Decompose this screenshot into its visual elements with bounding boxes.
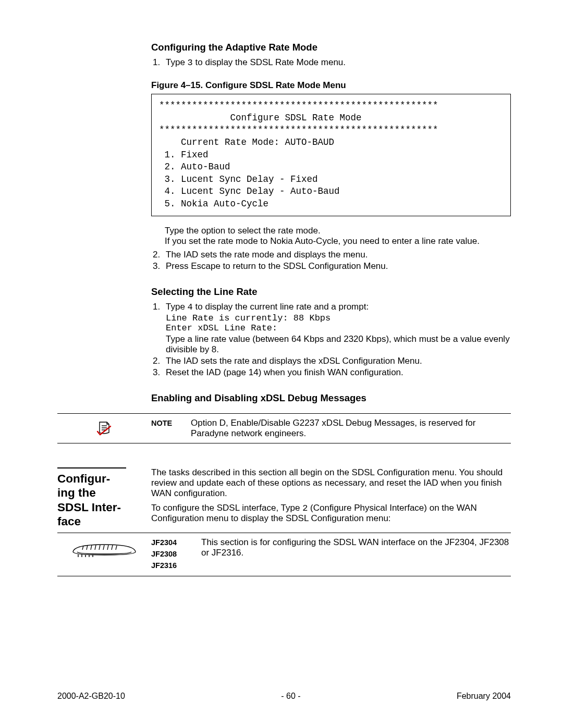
- inline-code: 2: [302, 503, 308, 513]
- inline-code: 4: [188, 302, 193, 312]
- list-item: Press Escape to return to the SDSL Confi…: [163, 261, 511, 272]
- ordered-list: Type 3 to display the SDSL Rate Mode men…: [151, 57, 511, 68]
- section-heading: Selecting the Line Rate: [151, 286, 511, 298]
- rule: [57, 467, 126, 468]
- step-text: Type 3 to display the SDSL Rate Mode men…: [166, 57, 346, 67]
- section-adaptive-rate: Configuring the Adaptive Rate Mode Type …: [151, 42, 511, 272]
- ordered-list: The IAD sets the rate mode and displays …: [151, 250, 511, 272]
- section-debug-messages: Enabling and Disabling xDSL Debug Messag…: [151, 392, 511, 404]
- section-title: Configur-ing theSDSL Inter-face: [57, 472, 145, 529]
- paragraph: Type the option to select the rate mode.…: [165, 226, 511, 246]
- text: To configure the SDSL interface, Type: [151, 503, 302, 513]
- code-snippet: Line Rate is currently: 88 Kbps Enter xD…: [166, 313, 511, 333]
- list-item: Type 4 to display the current line rate …: [163, 302, 511, 355]
- note-text: Option D, Enable/Disable G2237 xDSL Debu…: [191, 418, 511, 439]
- page-footer: 2000-A2-GB20-10 - 60 - February 2004: [57, 692, 511, 701]
- footer-doc-id: 2000-A2-GB20-10: [57, 692, 125, 701]
- paragraph: To configure the SDSL interface, Type 2 …: [151, 503, 511, 524]
- device-icon-cell: [57, 537, 151, 558]
- list-item: Reset the IAD (page 14) when you finish …: [163, 367, 511, 378]
- rule: [57, 576, 511, 576]
- text: If you set the rate mode to Nokia Auto-C…: [165, 236, 511, 246]
- ordered-list: Type 4 to display the current line rate …: [151, 302, 511, 378]
- device-text: This section is for configuring the SDSL…: [201, 537, 511, 558]
- figure-caption: Figure 4–15. Configure SDSL Rate Mode Me…: [151, 80, 511, 91]
- device-row: JF2304 JF2308 JF2316 This section is for…: [57, 533, 511, 575]
- rule: [57, 443, 511, 443]
- device-tag: JF2304: [151, 537, 201, 549]
- list-item: The IAD sets the rate mode and displays …: [163, 250, 511, 260]
- section-line-rate: Selecting the Line Rate Type 4 to displa…: [151, 286, 511, 378]
- document-page: Configuring the Adaptive Rate Mode Type …: [0, 0, 563, 728]
- section-heading: Enabling and Disabling xDSL Debug Messag…: [151, 392, 511, 404]
- device-icon: [68, 537, 141, 558]
- note-row: NOTE Option D, Enable/Disable G2237 xDSL…: [57, 414, 511, 443]
- footer-page-number: - 60 -: [281, 692, 300, 701]
- section-configuring-sdsl: Configur-ing theSDSL Inter-face The task…: [57, 467, 511, 529]
- device-tag: JF2316: [151, 560, 201, 572]
- text: Type a line rate value (between 64 Kbps …: [166, 334, 511, 355]
- section-body: The tasks described in this section all …: [151, 467, 511, 524]
- device-tags: JF2304 JF2308 JF2316: [151, 537, 201, 571]
- list-item: The IAD sets the rate and displays the x…: [163, 356, 511, 366]
- code-block: ****************************************…: [151, 94, 511, 216]
- text: Type the option to select the rate mode.: [165, 226, 511, 236]
- paragraph: The tasks described in this section all …: [151, 467, 511, 499]
- section-heading: Configuring the Adaptive Rate Mode: [151, 42, 511, 53]
- note-label: NOTE: [151, 418, 191, 427]
- step-text: Type 4 to display the current line rate …: [166, 302, 511, 312]
- note-icon: [95, 419, 113, 437]
- note-icon-cell: [57, 418, 151, 437]
- inline-code: 3: [188, 58, 193, 68]
- footer-date: February 2004: [457, 692, 511, 701]
- list-item: Type 3 to display the SDSL Rate Mode men…: [163, 57, 511, 68]
- section-title-column: Configur-ing theSDSL Inter-face: [57, 467, 151, 529]
- device-tag: JF2308: [151, 549, 201, 560]
